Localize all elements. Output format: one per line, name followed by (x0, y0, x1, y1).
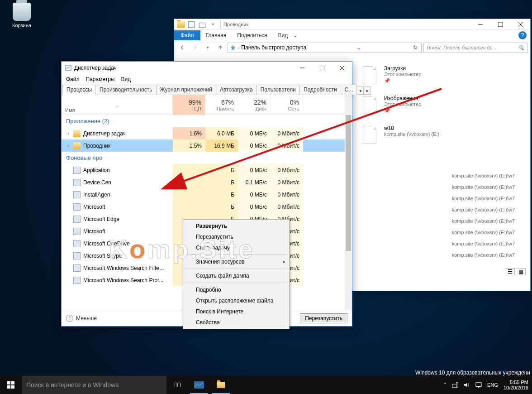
cell-mem: Б (205, 176, 238, 188)
table-row[interactable]: ›Application Б 0 МБ/с 0 Мбит/с (62, 164, 352, 176)
nav-back-button[interactable] (177, 42, 188, 53)
taskbar-search-input[interactable]: Поиск в интернете и в Windows (22, 376, 166, 394)
tab-app-history[interactable]: Журнал приложений (156, 85, 216, 95)
cell-net: 0 Мбит/с (271, 176, 303, 188)
address-bar[interactable]: › Панель быстрого доступа ⌄ ↻ (228, 43, 422, 53)
quickaccess-star-icon (230, 44, 236, 51)
recent-item[interactable]: komp.site (\\vboxsrv) (E:)\w7 (452, 204, 515, 216)
taskbar-app-taskmgr[interactable] (188, 376, 210, 394)
pin-icon: 📌 (384, 78, 421, 84)
recent-item[interactable]: komp.site (\\vboxsrv) (E:)\w7 (452, 170, 515, 182)
expand-chevron-icon[interactable]: › (66, 143, 71, 148)
tray-chevron-up-icon[interactable]: ˄ (444, 382, 446, 388)
table-row[interactable]: ›Диспетчер задач 1.6% 6.0 МБ 0 МБ/с 0 Мб… (62, 127, 352, 139)
table-row[interactable]: ›Device Cen Б 0.1 МБ/с 0 Мбит/с (62, 176, 352, 188)
recent-item[interactable]: komp.site (\\vboxsrv) (E:)\w7 (452, 193, 515, 204)
view-tiles-button[interactable]: ▦ (516, 268, 526, 275)
start-button[interactable] (0, 376, 22, 394)
scrollbar-thumb[interactable] (346, 115, 351, 251)
menu-file[interactable]: Файл (66, 76, 80, 82)
tab-scroll-left[interactable]: ◂ (356, 86, 364, 95)
recent-item[interactable]: komp.site (\\vboxsrv) (E:)\w7 (452, 216, 515, 227)
tab-scroll-right[interactable]: ▸ (364, 86, 371, 95)
cell-cpu (173, 201, 205, 213)
expand-chevron-icon[interactable]: › (66, 131, 71, 136)
list-item[interactable]: Загрузки Этот компьютер 📌 (360, 65, 421, 85)
file-icon (363, 126, 376, 144)
address-dropdown-icon[interactable]: ⌄ (355, 44, 363, 51)
qat-props-icon[interactable] (187, 20, 196, 29)
table-row[interactable]: ›Microsoft Б 0 МБ/с 0 Мбит/с (62, 201, 352, 213)
process-name: Microsoft (83, 228, 105, 235)
close-button[interactable] (510, 18, 530, 31)
desktop-icon-recycle[interactable]: Корзина (8, 3, 35, 28)
taskmgr-titlebar[interactable]: Диспетчер задач (62, 62, 352, 74)
tab-services[interactable]: С... (341, 85, 357, 95)
recent-item[interactable]: komp.site (\\vboxsrv) (E:)\w7 (452, 250, 515, 261)
recent-item[interactable]: komp.site (\\vboxsrv) (E:)\w7 (452, 238, 515, 250)
qat-dropdown-icon[interactable]: ▾ (209, 20, 218, 29)
minimize-button[interactable] (292, 62, 312, 74)
tab-details[interactable]: Подробности (299, 85, 341, 95)
nav-up-button[interactable] (215, 42, 226, 53)
cell-disk: 0 МБ/с (238, 188, 271, 201)
menu-options[interactable]: Параметры (86, 76, 115, 82)
ribbon-tab-file[interactable]: Файл (174, 30, 200, 40)
recent-item[interactable]: komp.site (\\vboxsrv) (E:)\w7 (452, 227, 515, 238)
taskmgr-icon (65, 65, 71, 71)
recent-item[interactable]: komp.site (\\vboxsrv) (E:)\w7 (452, 182, 515, 193)
col-net[interactable]: 0%Сеть (271, 95, 303, 115)
tab-users[interactable]: Пользователи (256, 85, 300, 95)
context-menu-item[interactable]: Подробно (183, 284, 289, 295)
volume-icon[interactable] (464, 382, 470, 388)
maximize-button[interactable] (312, 62, 332, 74)
refresh-icon[interactable]: ↻ (411, 44, 419, 51)
col-mem[interactable]: 67%Память (205, 95, 238, 115)
help-icon[interactable]: ? (518, 31, 527, 39)
explorer-ribbon-tabs: Файл Главная Поделиться Вид ⌄ ? (174, 30, 530, 41)
menu-view[interactable]: Вид (121, 76, 131, 82)
breadcrumb[interactable]: Панель быстрого доступа (241, 44, 306, 51)
col-name[interactable]: ︿ Имя (62, 95, 173, 115)
nav-fwd-button[interactable] (190, 42, 200, 53)
explorer-address-row: ▾ › Панель быстрого доступа ⌄ ↻ Поиск: П… (174, 41, 530, 54)
table-row[interactable]: ›Проводник 1.5% 16.9 МБ 0 МБ/с 0 Мбит/с (62, 139, 352, 152)
context-menu-item[interactable]: Развернуть (183, 221, 289, 231)
tab-startup[interactable]: Автозагрузка (216, 85, 257, 95)
action-center-icon[interactable] (475, 382, 482, 388)
context-menu-item[interactable]: Создать файл дампа (183, 270, 289, 281)
maximize-button[interactable] (490, 18, 510, 31)
ribbon-expand-icon[interactable]: ⌄ (293, 32, 298, 38)
view-details-button[interactable]: ☰ (505, 268, 515, 275)
ribbon-tab-home[interactable]: Главная (200, 30, 232, 40)
cell-mem: Б (205, 188, 238, 201)
restart-button[interactable]: Перезапустить (300, 313, 347, 323)
minimize-button[interactable] (470, 18, 490, 31)
close-button[interactable] (332, 62, 352, 74)
taskmgr-title: Диспетчер задач (74, 65, 117, 71)
group-bg: Фоновые про (62, 152, 352, 164)
tray-clock[interactable]: 5:55 PM 10/20/2016 (504, 380, 528, 390)
tab-processes[interactable]: Процессы (62, 85, 96, 95)
ribbon-tab-view[interactable]: Вид (272, 30, 293, 40)
context-menu-item[interactable]: Поиск в Интернете (183, 306, 289, 317)
context-menu-item[interactable]: Свойства (183, 317, 289, 328)
tray-lang[interactable]: ENG (487, 382, 498, 388)
network-icon[interactable] (452, 382, 458, 388)
context-menu-item[interactable]: Открыть расположение файла (183, 295, 289, 306)
task-view-button[interactable] (166, 376, 188, 394)
explorer-search-input[interactable]: Поиск: Панель быстрого до... 🔍 (423, 43, 527, 53)
scrollbar[interactable] (345, 95, 352, 310)
list-item[interactable]: w10 komp.site (\\vboxsrv) (E:) (360, 125, 439, 145)
tab-performance[interactable]: Производительность (95, 85, 156, 95)
qat-new-icon[interactable] (198, 20, 207, 29)
list-item[interactable]: Изображения Этот компьютер 📌 (360, 95, 421, 115)
cell-cpu (173, 176, 205, 188)
fewer-details-button[interactable]: ˄ Меньше (66, 315, 97, 322)
table-row[interactable]: ›InstallAgen Б 0 МБ/с 0 Мбит/с (62, 188, 352, 201)
taskbar-app-explorer[interactable] (210, 376, 232, 394)
nav-history-button[interactable]: ▾ (202, 42, 213, 53)
col-disk[interactable]: 22%Диск (238, 95, 271, 115)
ribbon-tab-share[interactable]: Поделиться (232, 30, 272, 40)
col-cpu[interactable]: 99%ЦП (173, 95, 205, 115)
